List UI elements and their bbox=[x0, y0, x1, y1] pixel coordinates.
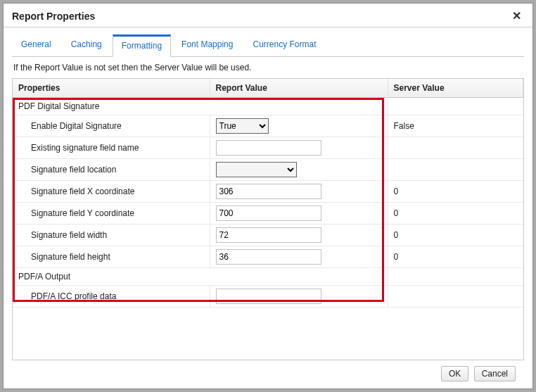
server-value bbox=[388, 137, 523, 159]
dialog-title: Report Properties bbox=[12, 11, 95, 22]
prop-label: Enable Digital Signature bbox=[13, 115, 210, 137]
tab-caching[interactable]: Caching bbox=[62, 34, 111, 57]
tabstrip: General Caching Formatting Font Mapping … bbox=[12, 34, 524, 57]
signature-field-x-coordinate-input[interactable] bbox=[216, 184, 321, 199]
dialog-body: General Caching Formatting Font Mapping … bbox=[4, 27, 532, 388]
server-value bbox=[388, 159, 523, 181]
prop-label: Signature field width bbox=[13, 225, 210, 246]
report-properties-dialog: Report Properties ✕ General Caching Form… bbox=[3, 3, 533, 389]
properties-grid: Properties Report Value Server Value PDF… bbox=[12, 78, 524, 360]
group-pdf-digital-signature: PDF Digital Signature bbox=[13, 98, 210, 115]
row-enable-digital-signature: Enable Digital Signature True False bbox=[13, 115, 523, 137]
ok-button[interactable]: OK bbox=[441, 366, 468, 381]
tab-formatting[interactable]: Formatting bbox=[113, 34, 171, 57]
hint-text: If the Report Value is not set then the … bbox=[12, 57, 524, 78]
grid-scroll-area[interactable]: PDF Digital Signature Enable Digital Sig… bbox=[13, 98, 523, 360]
row-signature-field-location: Signature field location bbox=[13, 159, 523, 181]
signature-field-height-input[interactable] bbox=[216, 249, 321, 265]
dialog-titlebar: Report Properties ✕ bbox=[4, 4, 532, 27]
close-icon[interactable]: ✕ bbox=[509, 9, 524, 23]
tab-general[interactable]: General bbox=[12, 34, 60, 57]
server-value: 0 bbox=[388, 246, 523, 268]
prop-label: Signature field Y coordinate bbox=[13, 203, 210, 225]
server-value: 0 bbox=[388, 225, 523, 246]
dialog-buttonbar: OK Cancel bbox=[12, 360, 524, 388]
server-value bbox=[388, 286, 523, 308]
pdfa-icc-profile-data-input[interactable] bbox=[216, 289, 321, 304]
col-header-properties: Properties bbox=[13, 79, 210, 98]
group-pdfa-output: PDF/A Output bbox=[13, 268, 210, 286]
col-header-server-value: Server Value bbox=[388, 79, 523, 98]
prop-label: Existing signature field name bbox=[13, 137, 210, 159]
prop-label: PDF/A ICC profile data bbox=[13, 286, 210, 308]
signature-field-location-select[interactable] bbox=[216, 162, 297, 177]
prop-label: Signature field X coordinate bbox=[13, 181, 210, 203]
row-signature-field-y-coordinate: Signature field Y coordinate 0 bbox=[13, 203, 523, 225]
server-value: False bbox=[388, 115, 523, 137]
row-signature-field-height: Signature field height 0 bbox=[13, 246, 523, 268]
tab-font-mapping[interactable]: Font Mapping bbox=[172, 34, 242, 57]
signature-field-y-coordinate-input[interactable] bbox=[216, 206, 321, 221]
signature-field-width-input[interactable] bbox=[216, 227, 321, 243]
server-value: 0 bbox=[388, 181, 523, 203]
row-existing-signature-field-name: Existing signature field name bbox=[13, 137, 523, 159]
existing-signature-field-name-input[interactable] bbox=[216, 140, 321, 156]
cancel-button[interactable]: Cancel bbox=[474, 366, 516, 381]
prop-label: Signature field location bbox=[13, 159, 210, 181]
server-value: 0 bbox=[388, 203, 523, 225]
tab-currency-format[interactable]: Currency Format bbox=[243, 34, 325, 57]
enable-digital-signature-select[interactable]: True bbox=[216, 118, 269, 134]
row-signature-field-width: Signature field width 0 bbox=[13, 225, 523, 246]
row-signature-field-x-coordinate: Signature field X coordinate 0 bbox=[13, 181, 523, 203]
row-pdfa-icc-profile-data: PDF/A ICC profile data bbox=[13, 286, 523, 308]
prop-label: Signature field height bbox=[13, 246, 210, 268]
col-header-report-value: Report Value bbox=[210, 79, 388, 98]
